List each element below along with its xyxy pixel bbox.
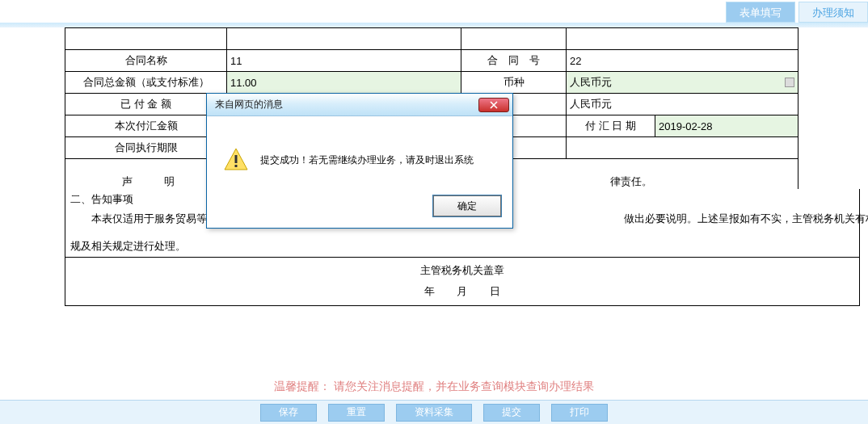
row-top-empty (65, 28, 798, 50)
input-total-amount[interactable] (227, 72, 461, 93)
stamp-title: 主管税务机关盖章 (65, 263, 859, 278)
input-contract-no[interactable] (567, 50, 798, 71)
input-contract-name[interactable] (227, 50, 461, 71)
top-tabs: 表单填写 办理须知 (726, 2, 868, 23)
print-button[interactable]: 打印 (551, 404, 608, 422)
submit-button[interactable]: 提交 (483, 404, 540, 422)
dialog-titlebar[interactable]: 来自网页的消息 (207, 94, 512, 116)
label-pay-date: 付 汇 日 期 (567, 115, 655, 137)
section2-gap (65, 228, 860, 236)
warning-icon (223, 147, 249, 173)
stamp-date-line: 年 月 日 (65, 284, 859, 299)
dialog: 来自网页的消息 提交成功！若无需继续办理业务，请及时退出系统 确定 (206, 93, 513, 229)
select-currency[interactable] (567, 72, 798, 93)
label-total-amount: 合同总金额（或支付标准） (65, 72, 227, 94)
dialog-footer: 确定 (207, 189, 512, 228)
stamp-area: 主管税务机关盖章 年 月 日 (65, 255, 860, 306)
tab-form-fill[interactable]: 表单填写 (726, 2, 795, 23)
collect-button[interactable]: 资料采集 (396, 404, 472, 422)
row-contract-name: 合同名称 合 同 号 (65, 50, 798, 72)
footer-bar: 保存 重置 资料采集 提交 打印 (0, 400, 868, 424)
close-icon[interactable] (478, 98, 509, 112)
svg-rect-2 (235, 165, 238, 167)
dialog-title-text: 来自网页的消息 (215, 98, 283, 111)
reminder-text: 请您关注消息提醒，并在业务查询模块查询办理结果 (334, 380, 594, 393)
svg-rect-1 (235, 155, 238, 163)
reset-button[interactable]: 重置 (328, 404, 385, 422)
label-currency: 币种 (461, 72, 567, 94)
label-exec-period: 合同执行期限 (65, 137, 227, 159)
section2-rule: 规及相关规定进行处理。 (65, 236, 860, 258)
save-button[interactable]: 保存 (260, 404, 317, 422)
warm-reminder: 温馨提醒： 请您关注消息提醒，并在业务查询模块查询办理结果 (0, 380, 868, 394)
label-contract-name: 合同名称 (65, 50, 227, 72)
label-this-pay: 本次付汇金额 (65, 115, 227, 137)
dialog-message: 提交成功！若无需继续办理业务，请及时退出系统 (260, 153, 474, 167)
dialog-body: 提交成功！若无需继续办理业务，请及时退出系统 (207, 116, 512, 189)
label-contract-no: 合 同 号 (461, 50, 567, 72)
ok-button[interactable]: 确定 (433, 195, 501, 216)
reminder-label: 温馨提醒： (274, 380, 331, 393)
row-total-amount: 合同总金额（或支付标准） 币种 (65, 72, 798, 94)
tab-notice[interactable]: 办理须知 (798, 2, 868, 23)
input-pay-date[interactable] (655, 115, 798, 136)
input-paid-currency[interactable] (567, 94, 798, 115)
label-paid-amount: 已 付 金 额 (65, 94, 227, 115)
